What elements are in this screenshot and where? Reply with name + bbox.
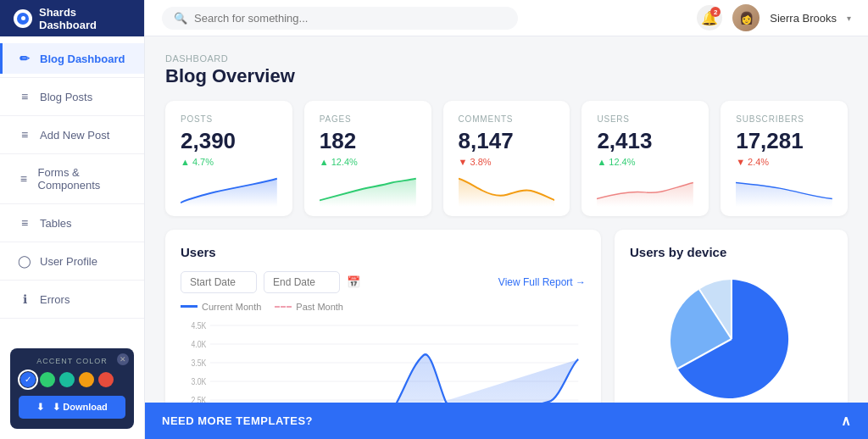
stat-value-posts: 2,390 bbox=[181, 129, 277, 153]
accent-colors-row: ✓ bbox=[19, 372, 125, 387]
sidebar-app-title: Shards Dashboard bbox=[39, 6, 131, 31]
sidebar-item-errors[interactable]: ℹ Errors bbox=[0, 284, 144, 314]
download-icon: ⬇ bbox=[36, 402, 44, 413]
sidebar-item-tables[interactable]: ≡ Tables bbox=[0, 208, 144, 238]
legend-label-past: Past Month bbox=[296, 302, 343, 312]
calendar-icon[interactable]: 📅 bbox=[347, 275, 360, 288]
arrow-up-icon: ▲ bbox=[597, 157, 606, 167]
legend-color-past bbox=[275, 306, 292, 308]
sparkline-posts bbox=[181, 174, 277, 208]
edit-icon: ✏ bbox=[18, 52, 31, 65]
stat-label-comments: COMMENTS bbox=[459, 114, 555, 124]
bottom-banner[interactable]: NEED MORE TEMPLATES? ∧ bbox=[145, 403, 868, 439]
topbar-right: 🔔 2 👩 Sierra Brooks ▾ bbox=[697, 4, 851, 31]
banner-chevron-icon[interactable]: ∧ bbox=[841, 413, 852, 429]
sidebar-item-label: User Profile bbox=[40, 255, 97, 268]
stat-change-pages: ▲ 12.4% bbox=[320, 157, 416, 167]
stat-label-posts: POSTS bbox=[181, 114, 277, 124]
pie-chart-svg bbox=[664, 271, 799, 407]
user-menu-chevron[interactable]: ▾ bbox=[847, 14, 851, 23]
stat-label-pages: PAGES bbox=[320, 114, 416, 124]
svg-text:3.5K: 3.5K bbox=[192, 358, 208, 368]
user-icon: ◯ bbox=[18, 254, 31, 268]
svg-text:4.0K: 4.0K bbox=[192, 340, 208, 349]
stat-card-comments: COMMENTS 8,147 ▼ 3.8% bbox=[443, 101, 570, 216]
search-box: 🔍 bbox=[162, 7, 518, 30]
stat-value-pages: 182 bbox=[320, 129, 416, 153]
end-date-input[interactable] bbox=[264, 271, 340, 293]
legend-current-month: Current Month bbox=[181, 302, 261, 312]
accent-color-orange[interactable] bbox=[79, 372, 94, 387]
accent-close-button[interactable]: ✕ bbox=[117, 353, 129, 365]
forms-icon: ≡ bbox=[18, 172, 30, 186]
add-icon: ≡ bbox=[18, 128, 31, 142]
stat-card-pages: PAGES 182 ▲ 12.4% bbox=[304, 101, 431, 216]
stat-card-users: USERS 2,413 ▲ 12.4% bbox=[581, 101, 709, 216]
user-avatar[interactable]: 👩 bbox=[732, 4, 760, 31]
stat-change-comments: ▼ 3.8% bbox=[459, 157, 555, 167]
accent-color-box: ✕ ACCENT COLOR ✓ ⬇ ⬇ Download bbox=[10, 348, 134, 429]
sidebar-header: Shards Dashboard bbox=[0, 0, 144, 36]
tables-icon: ≡ bbox=[18, 216, 31, 230]
sidebar: Shards Dashboard ✏ Blog Dashboard ≡ Blog… bbox=[0, 0, 145, 439]
sidebar-item-label: Blog Dashboard bbox=[40, 53, 125, 65]
download-label: ⬇ Download bbox=[53, 402, 108, 413]
view-report-link[interactable]: View Full Report → bbox=[498, 276, 586, 288]
content-area: DASHBOARD Blog Overview POSTS 2,390 ▲ 4.… bbox=[145, 36, 868, 439]
main-content: 🔍 🔔 2 👩 Sierra Brooks ▾ DASHBOARD Blog O… bbox=[145, 0, 868, 439]
accent-color-blue[interactable]: ✓ bbox=[20, 372, 36, 387]
sidebar-item-label: Forms & Components bbox=[38, 166, 129, 192]
stat-value-users: 2,413 bbox=[597, 129, 693, 153]
sparkline-subscribers bbox=[736, 174, 832, 208]
sidebar-nav: ✏ Blog Dashboard ≡ Blog Posts ≡ Add New … bbox=[0, 36, 144, 348]
chart-controls: 📅 View Full Report → bbox=[181, 271, 586, 293]
stat-card-posts: POSTS 2,390 ▲ 4.7% bbox=[165, 101, 292, 216]
accent-title: ACCENT COLOR bbox=[19, 357, 125, 365]
sidebar-item-user-profile[interactable]: ◯ User Profile bbox=[0, 246, 144, 276]
stat-change-subscribers: ▼ 2.4% bbox=[736, 157, 832, 167]
search-input[interactable] bbox=[194, 12, 506, 25]
arrow-up-icon: ▲ bbox=[181, 157, 190, 167]
sidebar-item-add-post[interactable]: ≡ Add New Post bbox=[0, 119, 144, 150]
sidebar-item-forms[interactable]: ≡ Forms & Components bbox=[0, 158, 144, 200]
user-name: Sierra Brooks bbox=[770, 12, 837, 25]
page-title: Blog Overview bbox=[165, 65, 848, 87]
legend-past-month: Past Month bbox=[275, 302, 343, 312]
app-logo bbox=[14, 9, 32, 28]
sidebar-item-blog-dashboard[interactable]: ✏ Blog Dashboard bbox=[0, 43, 144, 74]
sidebar-item-blog-posts[interactable]: ≡ Blog Posts bbox=[0, 81, 144, 112]
accent-color-teal[interactable] bbox=[59, 372, 75, 387]
start-date-input[interactable] bbox=[181, 271, 257, 293]
banner-label: NEED MORE TEMPLATES? bbox=[162, 414, 313, 427]
topbar: 🔍 🔔 2 👩 Sierra Brooks ▾ bbox=[145, 0, 868, 36]
accent-color-red[interactable] bbox=[98, 372, 114, 387]
arrow-down-icon: ▼ bbox=[459, 157, 468, 167]
accent-color-green[interactable] bbox=[40, 372, 55, 387]
stat-label-users: USERS bbox=[597, 114, 693, 124]
search-icon: 🔍 bbox=[174, 12, 187, 25]
notifications-button[interactable]: 🔔 2 bbox=[697, 5, 722, 31]
stats-row: POSTS 2,390 ▲ 4.7% PAGES 182 bbox=[165, 101, 848, 216]
sidebar-item-label: Add New Post bbox=[40, 129, 109, 142]
chart-legend: Current Month Past Month bbox=[181, 302, 586, 312]
stat-change-users: ▲ 12.4% bbox=[597, 157, 693, 167]
sidebar-item-label: Tables bbox=[40, 217, 72, 230]
breadcrumb: DASHBOARD bbox=[165, 53, 848, 64]
sparkline-comments bbox=[459, 174, 555, 208]
sparkline-pages bbox=[320, 174, 416, 208]
avatar-image: 👩 bbox=[732, 4, 760, 31]
accent-download-button[interactable]: ⬇ ⬇ Download bbox=[19, 396, 125, 419]
arrow-up-icon: ▲ bbox=[320, 157, 329, 167]
list-icon: ≡ bbox=[18, 90, 31, 103]
stat-change-posts: ▲ 4.7% bbox=[181, 157, 277, 167]
legend-label-current: Current Month bbox=[202, 302, 261, 312]
sparkline-users bbox=[597, 174, 693, 208]
stat-value-comments: 8,147 bbox=[459, 129, 555, 153]
device-chart-title: Users by device bbox=[630, 245, 832, 259]
svg-text:3.0K: 3.0K bbox=[192, 377, 208, 386]
sidebar-item-label: Errors bbox=[40, 293, 70, 306]
stat-value-subscribers: 17,281 bbox=[736, 129, 832, 153]
svg-text:4.5K: 4.5K bbox=[192, 321, 208, 331]
stat-label-subscribers: SUBSCRIBERS bbox=[736, 114, 832, 124]
arrow-down-icon: ▼ bbox=[736, 157, 745, 167]
